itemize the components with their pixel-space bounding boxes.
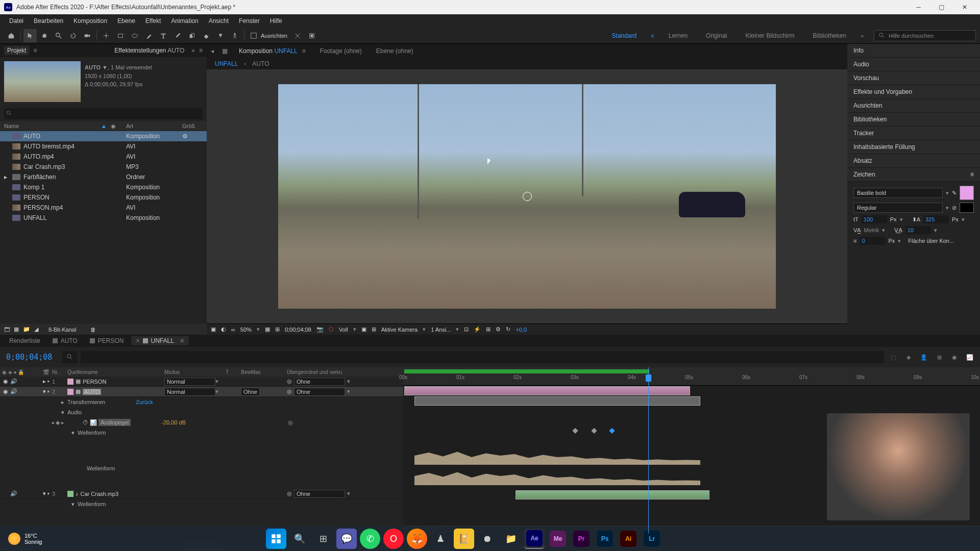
pickwhip-icon[interactable]: ◎: [287, 378, 292, 385]
media-encoder-app[interactable]: Me: [548, 529, 568, 549]
menu-bearbeiten[interactable]: Bearbeiten: [29, 17, 68, 24]
blend-mode-select[interactable]: Normal: [164, 378, 215, 386]
roi-icon[interactable]: ▣: [361, 326, 366, 333]
playhead[interactable]: [648, 367, 649, 534]
rect-tool[interactable]: [114, 29, 127, 42]
workspace-standard[interactable]: Standard: [608, 32, 641, 39]
panel-effekte[interactable]: Effekte und Vorgaben: [847, 85, 980, 99]
project-search-input[interactable]: [4, 108, 203, 119]
snapshot-icon[interactable]: 📷: [316, 326, 324, 333]
brush-tool[interactable]: [171, 29, 184, 42]
text-tool[interactable]: [157, 29, 170, 42]
interpret-icon[interactable]: 🗔: [4, 327, 10, 333]
eye-icon[interactable]: ◉: [2, 378, 9, 385]
breadcrumb-auto[interactable]: AUTO: [252, 60, 269, 67]
views-select[interactable]: 1 Ansi...: [431, 327, 451, 333]
menu-animation[interactable]: Animation: [166, 17, 203, 24]
panel-fuellung[interactable]: Inhaltsbasierte Füllung: [847, 140, 980, 154]
composition-viewer[interactable]: [207, 69, 847, 323]
tl-tab-person[interactable]: PERSON: [85, 336, 129, 345]
col-size[interactable]: Größ: [182, 123, 203, 130]
workspace-kleiner[interactable]: Kleiner Bildschirm: [741, 32, 798, 39]
pen-tool[interactable]: [142, 29, 156, 42]
app-1[interactable]: ♟: [430, 529, 451, 549]
timeline-search[interactable]: [62, 351, 78, 363]
keyframe[interactable]: [591, 428, 597, 434]
exposure-value[interactable]: +0,0: [516, 327, 527, 333]
rotate-tool[interactable]: [66, 29, 80, 42]
pickwhip-icon[interactable]: ◎: [287, 388, 292, 395]
eyedropper-icon[interactable]: ✎: [952, 190, 957, 196]
snap-checkbox[interactable]: [247, 29, 260, 42]
graph-editor-icon[interactable]: 📈: [964, 351, 976, 363]
project-item[interactable]: AUTO Komposition ⚙: [0, 131, 207, 141]
clone-tool[interactable]: [185, 29, 199, 42]
viewer-time[interactable]: 0;00;04;08: [285, 327, 311, 333]
menu-komposition[interactable]: Komposition: [68, 17, 112, 24]
ellipse-tool[interactable]: [128, 29, 141, 42]
start-button[interactable]: [266, 529, 286, 549]
color-mgmt-icon[interactable]: ⬡: [329, 326, 334, 333]
always-preview-icon[interactable]: ▣: [211, 326, 216, 333]
tl-tab-unfall[interactable]: ×UNFALL≡: [131, 336, 189, 345]
resolution-icon[interactable]: ⊞: [275, 326, 280, 333]
help-search[interactable]: Hilfe durchsuchen: [874, 30, 976, 41]
keyframe[interactable]: [572, 428, 578, 434]
panel-audio[interactable]: Audio: [847, 58, 980, 71]
minimize-button[interactable]: ─: [907, 0, 930, 14]
timeline-timecode[interactable]: 0;00;04;08: [0, 353, 58, 362]
audio-icon[interactable]: 🔊: [10, 490, 17, 497]
eye-icon[interactable]: ◉: [2, 388, 9, 395]
draft-3d-icon[interactable]: ◈: [902, 351, 915, 363]
workspace-original[interactable]: Original: [702, 32, 731, 39]
col-label-icon[interactable]: ◉: [111, 123, 126, 130]
layer-bar-3[interactable]: [516, 490, 709, 499]
project-item[interactable]: PERSON.mp4 AVI: [0, 203, 207, 213]
no-fill-icon[interactable]: ⊘: [952, 205, 957, 211]
footage-tab[interactable]: Footage (ohne): [317, 45, 365, 57]
panel-zeichen[interactable]: Zeichen≡: [847, 168, 980, 182]
project-item[interactable]: PERSON Komposition: [0, 192, 207, 203]
panel-tracker[interactable]: Tracker: [847, 127, 980, 140]
stroke-width-input[interactable]: 0: [860, 237, 885, 245]
audio-icon[interactable]: 🔊: [10, 388, 17, 395]
transform-group[interactable]: ▸TransformierenZurück: [0, 397, 403, 407]
breadcrumb-unfall[interactable]: UNFALL: [215, 60, 238, 67]
eraser-tool[interactable]: [200, 29, 213, 42]
comp-tab[interactable]: Komposition UNFALL ≡: [236, 45, 309, 57]
home-tool[interactable]: [5, 29, 18, 42]
hand-tool[interactable]: [38, 29, 51, 42]
channel-icon[interactable]: ▦: [265, 326, 270, 333]
illustrator-app[interactable]: Ai: [618, 529, 639, 549]
parent-select[interactable]: Ohne: [294, 388, 345, 396]
font-size-input[interactable]: 100: [862, 215, 887, 223]
snap-options-icon[interactable]: [291, 29, 304, 42]
panel-absatz[interactable]: Absatz: [847, 154, 980, 168]
project-item[interactable]: AUTO.mp4 AVI: [0, 152, 207, 162]
project-item[interactable]: AUTO bremst.mp4 AVI: [0, 141, 207, 152]
mask-mode-icon[interactable]: [305, 29, 318, 42]
menu-ebene[interactable]: Ebene: [112, 17, 140, 24]
workspace-lernen[interactable]: Lernen: [665, 32, 692, 39]
app-2[interactable]: 📔: [454, 529, 474, 549]
panel-info[interactable]: Info: [847, 44, 980, 58]
trkmat-select[interactable]: Ohne: [241, 388, 260, 396]
after-effects-app[interactable]: Ae: [524, 529, 545, 549]
reset-exposure-icon[interactable]: ↻: [506, 326, 510, 333]
panel-ausrichten[interactable]: Ausrichten: [847, 99, 980, 113]
tracking-input[interactable]: 10: [905, 226, 931, 234]
pan-behind-tool[interactable]: [100, 29, 113, 42]
kerning-select[interactable]: Metrik: [864, 227, 879, 233]
project-item[interactable]: ▸ Farbflächen Ordner: [0, 172, 207, 182]
resolution-select[interactable]: Voll: [339, 327, 348, 333]
audio-group[interactable]: ▾Audio: [0, 407, 403, 417]
new-comp-icon[interactable]: ▦: [14, 326, 19, 333]
selection-tool[interactable]: [23, 29, 37, 42]
audio-level-prop[interactable]: ◂ ◆ ▸ ⏱ 📊 Audiopegel -20,00 dB ◎: [0, 417, 403, 428]
waveform-group-3[interactable]: ▾Wellenform: [0, 499, 403, 509]
adjustment-icon[interactable]: ◢: [34, 326, 38, 333]
workspace-bibliotheken[interactable]: Bibliotheken: [808, 32, 850, 39]
maximize-button[interactable]: ▢: [930, 0, 953, 14]
bit-depth[interactable]: 8-Bit-Kanal: [48, 327, 76, 333]
firefox-app[interactable]: 🦊: [407, 529, 427, 549]
